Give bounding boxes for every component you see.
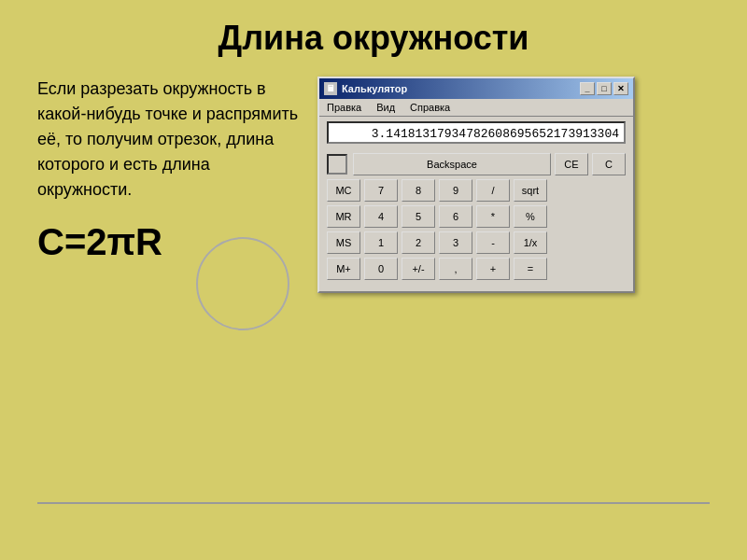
calc-row-1: Backspace CE C bbox=[327, 153, 626, 175]
n0-button[interactable]: 0 bbox=[364, 258, 398, 280]
n4-button[interactable]: 4 bbox=[364, 205, 398, 228]
circle-decoration bbox=[196, 237, 289, 330]
calc-row-2: MC 7 8 9 / sqrt bbox=[327, 179, 626, 202]
minus-button[interactable]: - bbox=[476, 231, 510, 254]
calc-body: Backspace CE C MC 7 8 9 / sqrt MR 4 5 6 … bbox=[319, 148, 633, 291]
page-title: Длина окружности bbox=[0, 0, 747, 67]
n1-button[interactable]: 1 bbox=[364, 231, 398, 254]
mr-button[interactable]: MR bbox=[327, 205, 360, 228]
menu-view[interactable]: Вид bbox=[374, 101, 398, 114]
menu-help[interactable]: Справка bbox=[407, 101, 453, 114]
n8-button[interactable]: 8 bbox=[402, 179, 435, 202]
c-button[interactable]: C bbox=[592, 153, 626, 175]
calc-app-icon: 🖩 bbox=[324, 82, 337, 95]
calc-row-4: MS 1 2 3 - 1/x bbox=[327, 231, 626, 254]
calc-row-3: MR 4 5 6 * % bbox=[327, 205, 626, 228]
calc-titlebar: 🖩 Калькулятор _ □ ✕ bbox=[319, 78, 633, 99]
n9-button[interactable]: 9 bbox=[439, 179, 472, 202]
n6-button[interactable]: 6 bbox=[439, 205, 472, 228]
plus-button[interactable]: + bbox=[476, 258, 510, 280]
n5-button[interactable]: 5 bbox=[402, 205, 435, 228]
calculator-window: 🖩 Калькулятор _ □ ✕ Правка Вид Справка 3… bbox=[317, 77, 635, 293]
mul-button[interactable]: * bbox=[476, 205, 510, 228]
dot-button[interactable]: , bbox=[439, 258, 472, 280]
calc-title: Калькулятор bbox=[342, 83, 407, 94]
inv-button[interactable]: 1/x bbox=[514, 231, 547, 254]
n3-button[interactable]: 3 bbox=[439, 231, 472, 254]
close-button[interactable]: ✕ bbox=[613, 82, 628, 95]
percent-button[interactable]: % bbox=[514, 205, 547, 228]
calc-titlebar-buttons: _ □ ✕ bbox=[580, 82, 628, 95]
calc-titlebar-left: 🖩 Калькулятор bbox=[324, 82, 407, 95]
n7-button[interactable]: 7 bbox=[364, 179, 398, 202]
sqrt-button[interactable]: sqrt bbox=[514, 179, 547, 202]
ms-button[interactable]: MS bbox=[327, 231, 360, 254]
mc-button[interactable]: MC bbox=[327, 179, 360, 202]
calc-menubar: Правка Вид Справка bbox=[319, 99, 633, 117]
calc-row-5: M+ 0 +/- , + = bbox=[327, 258, 626, 280]
minimize-button[interactable]: _ bbox=[580, 82, 595, 95]
eq-button[interactable]: = bbox=[514, 258, 547, 280]
menu-edit[interactable]: Правка bbox=[324, 101, 364, 114]
mplus-button[interactable]: M+ bbox=[327, 258, 360, 280]
ce-button[interactable]: CE bbox=[555, 153, 588, 175]
bottom-line bbox=[37, 502, 710, 504]
maximize-button[interactable]: □ bbox=[597, 82, 612, 95]
memory-display bbox=[327, 154, 347, 175]
plusminus-button[interactable]: +/- bbox=[402, 258, 435, 280]
n2-button[interactable]: 2 bbox=[402, 231, 435, 254]
div-button[interactable]: / bbox=[476, 179, 510, 202]
calc-display: 3.14181317934782608695652173913304 bbox=[327, 121, 626, 144]
backspace-button[interactable]: Backspace bbox=[353, 153, 551, 175]
description-text: Если разрезать окружность в какой-нибудь… bbox=[37, 77, 299, 203]
